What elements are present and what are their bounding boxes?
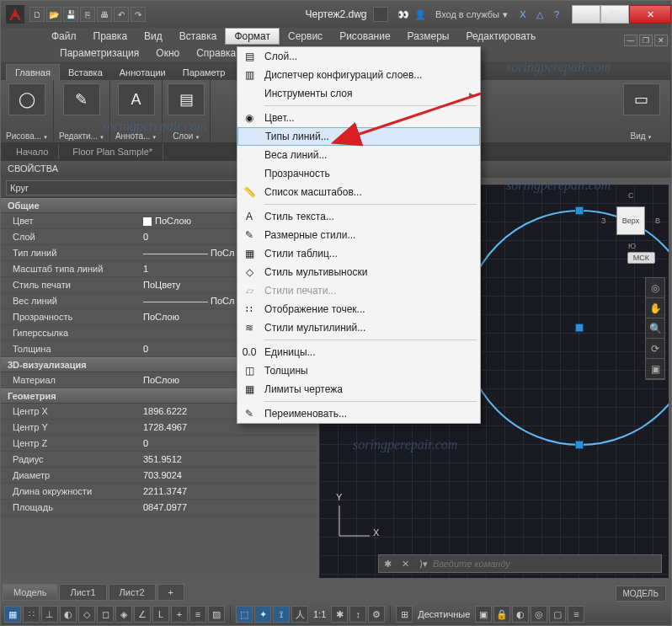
menu-формат[interactable]: Формат [225, 28, 280, 45]
status-isolate-icon[interactable]: ◎ [531, 606, 547, 623]
ribbon-panel-1[interactable]: ✎Редакти... [54, 80, 110, 142]
close-button[interactable]: ✕ [629, 5, 671, 24]
menu-окно[interactable]: Окно [147, 45, 188, 61]
props-value[interactable]: 2211.3747 [143, 486, 317, 496]
status-cleanscreen-icon[interactable]: ▢ [549, 606, 566, 623]
status-dynucs-icon[interactable]: L [152, 606, 169, 623]
menu-правка[interactable]: Правка [85, 29, 136, 44]
status-osnap-icon[interactable]: ◻ [97, 606, 114, 623]
wcs-badge[interactable]: МСК [627, 252, 655, 264]
status-3dosnap-icon[interactable]: ◈ [115, 606, 132, 623]
qat-new-icon[interactable]: 🗋 [29, 7, 45, 22]
qat-redo-icon[interactable]: ↷ [131, 7, 146, 22]
menu-редактировать[interactable]: Редактировать [457, 29, 544, 44]
format-menu-item[interactable]: Веса линий... [237, 146, 480, 164]
cmdline-close-icon[interactable]: ✕ [397, 559, 414, 570]
format-menu-item[interactable]: Инструменты слоя▸ [237, 84, 480, 103]
props-value[interactable]: 0 [143, 438, 317, 448]
status-scale[interactable]: 1:1 [310, 609, 329, 619]
format-menu-item[interactable]: ▦Лимиты чертежа [237, 380, 480, 399]
nav-pan-icon[interactable]: ✋ [646, 298, 664, 318]
status-snapmode-icon[interactable]: ∷ [23, 606, 40, 623]
file-tab-0[interactable]: Начало [6, 144, 59, 159]
status-annomonitor-icon[interactable]: 人 [291, 606, 308, 623]
props-value[interactable]: 703.9024 [143, 470, 317, 480]
format-menu-item[interactable]: ✎Размерные стили... [237, 226, 480, 244]
qat-saveas-icon[interactable]: ⎘ [80, 7, 95, 22]
status-workspace-icon[interactable]: ⚙ [368, 606, 385, 623]
ribbon-panel-3[interactable]: ▤Слои [163, 80, 211, 142]
ribbon-tab-2[interactable]: Аннотации [111, 65, 174, 80]
model-space-label[interactable]: МОДЕЛЬ [616, 586, 666, 602]
layout-tab-2[interactable]: Лист2 [109, 584, 156, 601]
status-lockui-icon[interactable]: 🔒 [493, 606, 510, 623]
menu-размеры[interactable]: Размеры [399, 29, 458, 44]
menu-сервис[interactable]: Сервис [280, 29, 331, 44]
format-menu-item[interactable]: ◫Толщины [237, 361, 480, 380]
ribbon-panel-5[interactable]: ▭Вид [612, 80, 671, 142]
grip-south[interactable] [575, 441, 584, 449]
format-menu-item[interactable]: ▥Диспетчер конфигураций слоев... [237, 66, 480, 84]
format-menu-item[interactable]: ▤Слой... [237, 47, 480, 66]
props-row[interactable]: Центр Z0 [1, 436, 317, 452]
nav-orbit-icon[interactable]: ⟳ [646, 339, 664, 359]
file-tab-1[interactable]: Floor Plan Sample* [62, 144, 163, 159]
layout-tab-1[interactable]: Лист1 [59, 584, 106, 601]
maximize-button[interactable]: ☐ [600, 5, 629, 24]
mdi-minimize-button[interactable]: — [624, 35, 637, 46]
status-dyninput-icon[interactable]: + [171, 606, 188, 623]
menu-рисование[interactable]: Рисование [331, 29, 398, 44]
mdi-close-button[interactable]: ✕ [654, 35, 668, 46]
status-autoscale-icon[interactable]: ↕ [349, 606, 366, 623]
minimize-button[interactable]: — [572, 5, 600, 24]
menu-параметризация[interactable]: Параметризация [51, 45, 147, 61]
status-quickprops-icon[interactable]: ▣ [475, 606, 492, 623]
props-value[interactable]: 0847.0977 [143, 502, 317, 512]
user-icon[interactable]: 👤 [413, 8, 427, 21]
ribbon-panel-0[interactable]: ◯Рисова... [1, 80, 54, 142]
ribbon-tab-0[interactable]: Главная [6, 64, 60, 80]
status-hardware-icon[interactable]: ◐ [512, 606, 529, 623]
cmdline-history-icon[interactable]: ✱ [379, 559, 397, 570]
props-row[interactable]: Длина окружности2211.3747 [1, 484, 317, 500]
format-menu-item[interactable]: ∷Отображение точек... [237, 300, 480, 318]
layout-tab-0[interactable]: Модель [3, 584, 57, 601]
format-menu-item[interactable]: ≋Стили мультилиний... [237, 318, 480, 337]
format-menu-item[interactable]: ◇Стиль мультивыноски [237, 263, 480, 281]
exchange-x-icon[interactable]: X [516, 8, 530, 21]
menu-вставка[interactable]: Вставка [171, 29, 226, 44]
format-menu-item[interactable]: AСтиль текста... [237, 207, 480, 226]
layout-tab-3[interactable]: + [157, 584, 184, 601]
status-grid-icon[interactable]: ▦ [4, 606, 21, 623]
format-menu-item[interactable]: ✎Переименовать... [237, 404, 480, 423]
status-isodraft-icon[interactable]: ◇ [78, 606, 95, 623]
menu-вид[interactable]: Вид [136, 29, 171, 44]
status-polar-icon[interactable]: ◐ [60, 606, 77, 623]
status-annovisibility-icon[interactable]: ✱ [331, 606, 348, 623]
status-selection-icon[interactable]: ⬚ [236, 606, 253, 623]
status-annoscale-icon[interactable]: ⟟ [273, 606, 290, 623]
props-row[interactable]: Площадь0847.0977 [1, 500, 317, 516]
qat-open-icon[interactable]: 📂 [46, 7, 61, 22]
app-logo[interactable] [6, 5, 24, 24]
status-otrack-icon[interactable]: ∠ [134, 606, 151, 623]
status-units-icon[interactable]: ⊞ [396, 606, 413, 623]
qat-undo-icon[interactable]: ↶ [114, 7, 129, 22]
command-input[interactable] [433, 559, 661, 569]
grip-north[interactable] [575, 206, 584, 215]
status-transparency-icon[interactable]: ▨ [208, 606, 225, 623]
nav-showmotion-icon[interactable]: ▣ [646, 359, 664, 379]
viewcube[interactable]: С В Ю З Верх [603, 193, 659, 249]
status-units[interactable]: Десятичные [414, 609, 473, 619]
ribbon-tab-1[interactable]: Вставка [60, 65, 111, 80]
mdi-restore-button[interactable]: ❐ [639, 35, 653, 46]
status-ortho-icon[interactable]: ⊥ [41, 606, 58, 623]
status-customize-icon[interactable]: ≡ [568, 606, 584, 623]
props-row[interactable]: Радиус351.9512 [1, 452, 317, 468]
props-value[interactable]: 351.9512 [143, 454, 317, 464]
help-icon[interactable]: ? [550, 8, 563, 21]
props-row[interactable]: Диаметр703.9024 [1, 468, 317, 484]
cloud-icon[interactable]: △ [533, 8, 547, 21]
grip-center[interactable] [575, 324, 584, 332]
ribbon-tab-3[interactable]: Параметр [174, 65, 234, 80]
